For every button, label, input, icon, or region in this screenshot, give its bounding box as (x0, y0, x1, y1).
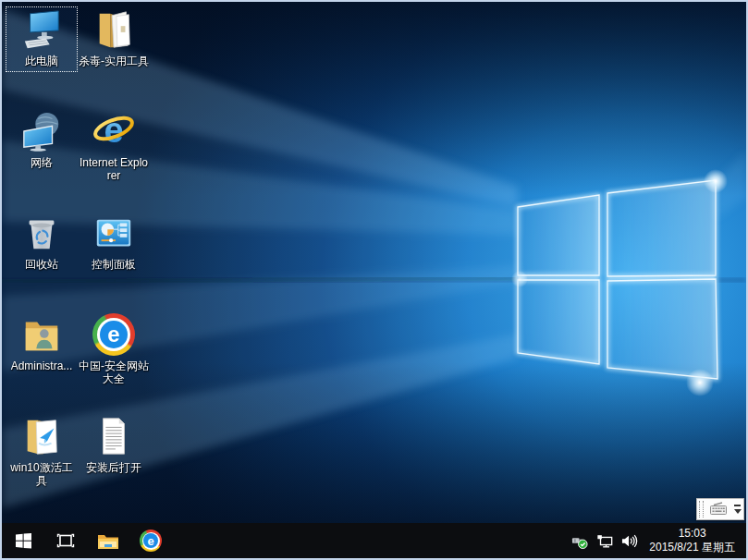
blue-e-ring-icon: e (92, 312, 136, 357)
task-view-icon (55, 533, 76, 548)
usb-safely-remove-icon[interactable] (571, 532, 588, 549)
desktop-icon-label: 回收站 (25, 258, 58, 271)
control-panel-icon (92, 211, 136, 255)
desktop-icon-recycle-bin[interactable]: 回收站 (6, 211, 78, 271)
user-folder-icon (19, 312, 64, 357)
browser-e-glyph: e (100, 321, 128, 348)
recycle-bin-icon (19, 211, 64, 255)
drag-handle[interactable] (699, 501, 704, 517)
clock[interactable]: 15:03 2015/8/21 星期五 (646, 527, 738, 554)
folder-paper-plane-icon (19, 414, 64, 458)
keyboard-icon[interactable] (705, 502, 731, 517)
file-explorer-button[interactable] (87, 523, 129, 558)
desktop-icon-label: 杀毒-实用工具 (79, 55, 149, 67)
desktop-icon-administrator[interactable]: Administra... (6, 312, 78, 372)
language-bar[interactable] (696, 498, 744, 520)
taskbar: e (2, 523, 746, 558)
desktop-icon-china-security-sites[interactable]: e 中国-安全网站大全 (78, 312, 150, 386)
screen: 此电脑 杀毒-实用工具 (0, 0, 748, 560)
windows-logo-icon (16, 533, 31, 549)
folder-icon (97, 532, 119, 550)
tray-time: 15:03 (649, 527, 735, 541)
options-arrow-icon[interactable] (734, 509, 742, 514)
desktop-icon-control-panel[interactable]: 控制面板 (78, 211, 150, 271)
desktop-icon-internet-explorer[interactable]: e Internet Explorer (78, 109, 150, 183)
browser-e-glyph: e (143, 533, 158, 548)
network-wired-icon[interactable] (596, 532, 613, 549)
desktop-icon-antivirus-utils[interactable]: 杀毒-实用工具 (78, 7, 150, 67)
desktop-icon-label: 控制面板 (92, 258, 136, 271)
desktop-icon-label: 中国-安全网站大全 (79, 359, 149, 386)
this-pc-icon (19, 7, 64, 52)
desktop-icon-label: win10激活工具 (6, 461, 77, 488)
text-document-icon (92, 414, 136, 458)
tray-date: 2015/8/21 星期五 (649, 541, 735, 554)
open-folder-icon (92, 7, 136, 52)
system-tray: 15:03 2015/8/21 星期五 (571, 523, 746, 558)
desktop-icon-label: 此电脑 (25, 55, 58, 67)
desktop-icon-open-after-install[interactable]: 安装后打开 (78, 414, 150, 474)
task-view-button[interactable] (44, 523, 87, 558)
desktop-icon-this-pc[interactable]: 此电脑 (6, 7, 78, 67)
blue-e-ring-icon: e (140, 530, 162, 552)
desktop-icon-label: 安装后打开 (86, 461, 141, 474)
network-globe-icon (19, 109, 64, 153)
desktop-icon-win10-activation-tool[interactable]: win10激活工具 (6, 414, 78, 488)
minimize-icon[interactable] (734, 505, 741, 506)
desktop-icon-label: Internet Explorer (79, 156, 149, 183)
desktop[interactable]: 此电脑 杀毒-实用工具 (2, 2, 746, 523)
desktop-icon-label: 网络 (31, 156, 53, 169)
desktop-icon-label: Administra... (11, 359, 73, 372)
volume-icon[interactable] (621, 532, 638, 549)
start-button[interactable] (2, 523, 44, 558)
desktop-icon-network[interactable]: 网络 (6, 109, 78, 169)
internet-explorer-icon: e (92, 109, 136, 153)
browser-button[interactable]: e (129, 523, 172, 558)
